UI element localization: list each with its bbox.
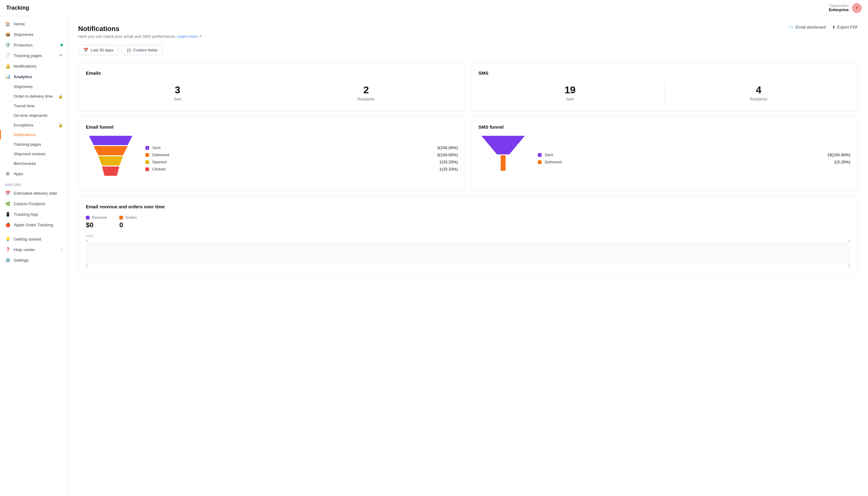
learn-more-link[interactable]: Learn more bbox=[177, 34, 198, 39]
protection-badge bbox=[60, 44, 63, 46]
sidebar-item-edd[interactable]: 📅 Estimated delivery date bbox=[0, 188, 68, 198]
sms-funnel-legend: Sent 19(100.00%) Delivered 1(5.26%) bbox=[538, 153, 850, 167]
date-filter-button[interactable]: 📅 Last 30 days bbox=[78, 45, 119, 55]
svg-rect-5 bbox=[501, 155, 506, 171]
sidebar-item-benchmarks[interactable]: Benchmarks bbox=[0, 159, 68, 168]
sms-delivered-color bbox=[538, 160, 542, 164]
analytics-icon: 📊 bbox=[5, 74, 11, 79]
sms-legend-delivered: Delivered 1(5.26%) bbox=[538, 160, 850, 164]
clicked-color bbox=[145, 167, 149, 171]
sidebar-item-transit-time[interactable]: Transit time bbox=[0, 101, 68, 111]
page-header: Notifications Here you can check your em… bbox=[78, 25, 858, 39]
page-subtitle: Here you can check your email and SMS pe… bbox=[78, 34, 202, 39]
sms-card-title: SMS bbox=[478, 71, 850, 76]
revenue-card: Email revenue and orders over time Reven… bbox=[78, 196, 858, 275]
sidebar-item-shipment-reviews[interactable]: Shipment reviews bbox=[0, 149, 68, 159]
lightbulb-icon: 💡 bbox=[5, 236, 11, 242]
sidebar-item-getting-started[interactable]: 💡 Getting started bbox=[0, 234, 68, 244]
curly-braces-icon: {/} bbox=[127, 48, 131, 52]
sidebar-item-settings[interactable]: ⚙️ Settings bbox=[0, 255, 68, 265]
main-content: Notifications Here you can check your em… bbox=[68, 16, 868, 496]
orders-metric: Orders 0 bbox=[119, 215, 137, 229]
calendar-filter-icon: 📅 bbox=[83, 48, 88, 52]
legend-opened: Opened 1(33.33%) bbox=[145, 160, 458, 164]
sms-recipients-stat: 4 Recipients bbox=[667, 82, 851, 104]
sidebar-item-notifications[interactable]: 🔔 Notifications bbox=[0, 61, 68, 71]
svg-marker-0 bbox=[89, 136, 133, 145]
sidebar: 🏠 Home 📦 Shipments 🛡️ Protection 📄 Track… bbox=[0, 16, 68, 496]
home-icon: 🏠 bbox=[5, 21, 11, 27]
sms-funnel-title: SMS funnel bbox=[478, 124, 850, 129]
email-funnel-card: Email funnel bbox=[78, 117, 466, 191]
help-icon: ❓ bbox=[5, 247, 11, 252]
sidebar-item-notifications-sub[interactable]: Notifications bbox=[0, 130, 68, 140]
eye-icon: 👁 bbox=[59, 53, 63, 58]
page-title: Notifications bbox=[78, 25, 202, 33]
apple-icon: 🍎 bbox=[5, 222, 11, 228]
email-funnel-title: Email funnel bbox=[86, 124, 458, 129]
shipments-icon: 📦 bbox=[5, 32, 11, 37]
sidebar-item-tracking-pages-sub[interactable]: Tracking pages bbox=[0, 140, 68, 149]
filters: 📅 Last 30 days {/} Custom fields bbox=[78, 45, 858, 55]
external-link-icon: ↗ bbox=[60, 248, 63, 252]
sidebar-item-home[interactable]: 🏠 Home bbox=[0, 19, 68, 29]
revenue-dot bbox=[86, 216, 90, 219]
sidebar-item-tracking-app[interactable]: 📱 Tracking App bbox=[0, 209, 68, 219]
sidebar-item-analytics[interactable]: 📊 Analytics bbox=[0, 71, 68, 82]
sms-sent-stat: 19 Sent bbox=[478, 82, 662, 104]
sms-sent-color bbox=[538, 153, 542, 157]
orders-dot bbox=[119, 216, 123, 219]
sidebar-item-shipments[interactable]: 📦 Shipments bbox=[0, 29, 68, 40]
lock-icon-exceptions: 🔒 bbox=[58, 123, 63, 127]
sidebar-item-carbon[interactable]: 🌿 Carbon Footprint bbox=[0, 198, 68, 209]
sidebar-item-apps[interactable]: ⊞ Apps bbox=[0, 168, 68, 179]
sms-funnel-visual bbox=[478, 136, 528, 184]
sms-card: SMS 19 Sent 4 Recipients bbox=[470, 63, 858, 112]
y-label-6-left: 6 bbox=[86, 264, 88, 267]
svg-marker-1 bbox=[94, 146, 128, 155]
sidebar-item-protection[interactable]: 🛡️ Protection bbox=[0, 40, 68, 50]
sidebar-item-apple-tracking[interactable]: 🍎 Apple Order Tracking bbox=[0, 219, 68, 230]
y-label-8-left: 8 bbox=[86, 239, 88, 243]
emails-sent-stat: 3 Sent bbox=[86, 82, 269, 104]
app-title: Tracking bbox=[6, 5, 29, 11]
lock-icon: 🔒 bbox=[58, 94, 63, 98]
leaf-icon: 🌿 bbox=[5, 201, 11, 206]
legend-sent: Sent 3(100.00%) bbox=[145, 145, 458, 150]
svg-marker-3 bbox=[102, 167, 119, 176]
shield-icon: 🛡️ bbox=[5, 42, 11, 48]
user-section: Organization Enterprise Y bbox=[829, 3, 862, 13]
sent-color bbox=[145, 146, 149, 150]
sidebar-item-tracking-pages[interactable]: 📄 Tracking pages 👁 bbox=[0, 50, 68, 61]
sidebar-item-on-time[interactable]: On-time shipments bbox=[0, 111, 68, 120]
stats-cards-row: Emails 3 Sent 2 Recipients SMS bbox=[78, 63, 858, 112]
legend-delivered: Delivered 3(100.00%) bbox=[145, 153, 458, 157]
emails-card: Emails 3 Sent 2 Recipients bbox=[78, 63, 466, 112]
org-name: Enterprise bbox=[829, 7, 849, 12]
bell-icon: 🔔 bbox=[5, 63, 11, 69]
email-funnel-visual bbox=[86, 136, 136, 184]
funnel-cards-row: Email funnel bbox=[78, 117, 858, 191]
y-label-8-right: 8 bbox=[849, 239, 850, 243]
apps-icon: ⊞ bbox=[5, 171, 11, 176]
revenue-metric: Revenue $0 bbox=[86, 215, 107, 229]
custom-fields-button[interactable]: {/} Custom fields bbox=[122, 45, 163, 55]
export-icon: ⬆ bbox=[832, 25, 835, 29]
email-icon: ✉️ bbox=[789, 25, 794, 29]
org-label: Organization bbox=[829, 4, 849, 7]
sidebar-item-help-center[interactable]: ❓ Help center ↗ bbox=[0, 244, 68, 255]
export-pdf-button[interactable]: ⬆ Export PDF bbox=[832, 25, 858, 29]
sms-funnel-card: SMS funnel Sent bbox=[470, 117, 858, 191]
sidebar-item-exceptions[interactable]: Exceptions 🔒 bbox=[0, 120, 68, 130]
y-label-6-right: 6 bbox=[849, 264, 850, 267]
emails-card-title: Emails bbox=[86, 71, 458, 76]
addons-label: ADD-ONS bbox=[0, 179, 68, 188]
email-dashboard-button[interactable]: ✉️ Email dashboard bbox=[789, 25, 826, 29]
sidebar-item-order-delivery[interactable]: Order-to-delivery time 🔒 bbox=[0, 91, 68, 101]
stat-divider bbox=[272, 82, 272, 104]
svg-marker-2 bbox=[98, 156, 123, 166]
calendar-icon: 📅 bbox=[5, 190, 11, 196]
orders-value: 0 bbox=[119, 221, 137, 229]
sidebar-item-shipments-sub[interactable]: Shipments bbox=[0, 82, 68, 91]
delivered-color bbox=[145, 153, 149, 157]
